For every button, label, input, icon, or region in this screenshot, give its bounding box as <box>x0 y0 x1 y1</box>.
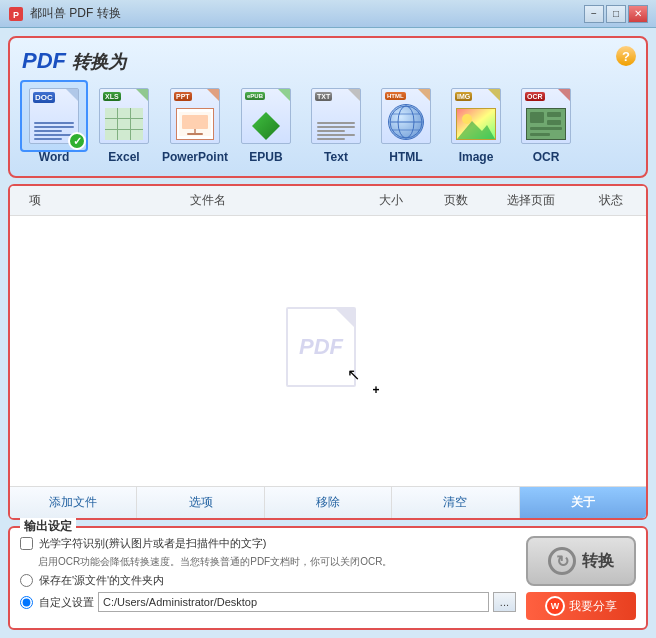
text-label: Text <box>324 150 348 164</box>
excel-icon-bg: XLS <box>99 88 149 144</box>
close-button[interactable]: ✕ <box>628 5 648 23</box>
maximize-button[interactable]: □ <box>606 5 626 23</box>
text-icon-bg: TXT <box>311 88 361 144</box>
file-list-header: 项 文件名 大小 页数 选择页面 状态 <box>10 186 646 216</box>
ocr-note: 启用OCR功能会降低转换速度。当您转换普通的PDF文档时，你可以关闭OCR。 <box>38 555 516 569</box>
html-label: HTML <box>389 150 422 164</box>
img-content <box>456 108 496 140</box>
img-badge: IMG <box>455 92 472 101</box>
add-file-button[interactable]: 添加文件 <box>10 487 137 518</box>
about-button[interactable]: 关于 <box>520 487 646 518</box>
doc-line <box>34 126 74 128</box>
epub-label: EPUB <box>249 150 282 164</box>
corner-fold <box>278 89 290 101</box>
share-button[interactable]: W 我要分享 <box>526 592 636 620</box>
app-icon: P <box>8 6 24 22</box>
txt-line <box>317 138 345 140</box>
source-folder-label: 保存在'源文件'的文件夹内 <box>39 573 164 588</box>
html-sphere <box>388 104 424 140</box>
epub-diamond <box>252 112 280 140</box>
col-header-size: 大小 <box>356 190 426 211</box>
svg-rect-19 <box>530 133 550 136</box>
ocr-label: OCR <box>533 150 560 164</box>
convert-label: 转换 <box>582 551 614 572</box>
col-header-pages: 页数 <box>426 190 486 211</box>
convert-panel: PDF 转换为 ? DOC <box>8 36 648 178</box>
svg-rect-18 <box>530 127 562 130</box>
window-controls: − □ ✕ <box>584 5 648 23</box>
table-icon <box>105 108 143 140</box>
svg-rect-15 <box>530 112 544 123</box>
options-button[interactable]: 选项 <box>137 487 264 518</box>
remove-button[interactable]: 移除 <box>265 487 392 518</box>
corner-fold <box>66 89 78 101</box>
pdf-page: PDF <box>286 307 356 387</box>
ocr-checkbox-row: 光学字符识别(辨认图片或者是扫描件中的文字) <box>20 536 516 551</box>
txt-line <box>317 130 345 132</box>
col-header-status: 状态 <box>576 190 646 211</box>
img-icon-bg: IMG <box>451 88 501 144</box>
cursor-plus: + <box>373 383 380 397</box>
format-word[interactable]: DOC ✓ Word <box>22 84 86 164</box>
svg-rect-5 <box>187 133 203 135</box>
help-button[interactable]: ? <box>616 46 636 66</box>
ocr-icon-bg: OCR <box>521 88 571 144</box>
epub-badge: ePUB <box>245 92 265 100</box>
ocr-content <box>526 108 566 140</box>
txt-line <box>317 134 355 136</box>
txt-badge: TXT <box>315 92 332 101</box>
radio-source-row: 保存在'源文件'的文件夹内 <box>20 573 516 588</box>
file-list-panel: 项 文件名 大小 页数 选择页面 状态 PDF ↖ + 添加文件 选项 移除 清… <box>8 184 648 520</box>
epub-diamond-wrap <box>252 112 280 140</box>
format-icons-row: DOC ✓ Word <box>22 84 634 164</box>
doc-line <box>34 138 62 140</box>
pdf-watermark: PDF <box>286 307 356 387</box>
format-ocr[interactable]: OCR OCR <box>514 84 578 164</box>
svg-rect-16 <box>547 112 561 117</box>
doc-line <box>34 134 74 136</box>
ocr-checkbox[interactable] <box>20 537 33 550</box>
weibo-icon: W <box>545 596 565 616</box>
doc-line <box>34 122 74 124</box>
custom-path-label: 自定义设置 <box>39 595 94 610</box>
format-image[interactable]: IMG <box>444 84 508 164</box>
txt-line <box>317 126 355 128</box>
action-buttons-row: 添加文件 选项 移除 清空 关于 <box>10 486 646 518</box>
format-text[interactable]: TXT Text <box>304 84 368 164</box>
convert-button[interactable]: 转换 <box>526 536 636 586</box>
image-label: Image <box>459 150 494 164</box>
col-header-index: 项 <box>10 190 60 211</box>
minimize-button[interactable]: − <box>584 5 604 23</box>
convert-icon <box>548 547 576 575</box>
ppt-icon-bg: PPT <box>170 88 220 144</box>
epub-icon-bg: ePUB <box>241 88 291 144</box>
corner-fold <box>418 89 430 101</box>
col-header-name: 文件名 <box>60 190 356 211</box>
path-input[interactable] <box>98 592 489 612</box>
format-html[interactable]: HTML HTML <box>374 84 438 164</box>
convert-title: PDF 转换为 <box>22 48 634 74</box>
corner-fold <box>348 89 360 101</box>
corner-fold <box>207 89 219 101</box>
window-title: 都叫兽 PDF 转换 <box>30 5 584 22</box>
word-label: Word <box>39 150 69 164</box>
source-folder-radio[interactable] <box>20 574 33 587</box>
output-panel-label: 输出设定 <box>20 518 76 535</box>
share-label: 我要分享 <box>569 598 617 615</box>
custom-path-radio[interactable] <box>20 596 33 609</box>
ppt-badge: PPT <box>174 92 192 101</box>
browse-button[interactable]: ... <box>493 592 516 612</box>
ppt-label: PowerPoint <box>162 150 228 164</box>
svg-point-12 <box>462 114 472 124</box>
pdf-corner <box>336 309 354 327</box>
format-epub[interactable]: ePUB EPUB <box>234 84 298 164</box>
format-excel[interactable]: XLS Excel <box>92 84 156 164</box>
format-powerpoint[interactable]: PPT PowerPoint <box>162 84 228 164</box>
titlebar: P 都叫兽 PDF 转换 − □ ✕ <box>0 0 656 28</box>
check-mark: ✓ <box>68 132 86 150</box>
ocr-label: 光学字符识别(辨认图片或者是扫描件中的文字) <box>39 536 266 551</box>
txt-lines <box>317 122 355 140</box>
file-list-body: PDF ↖ + <box>10 216 646 486</box>
clear-button[interactable]: 清空 <box>392 487 519 518</box>
doc-line <box>34 130 62 132</box>
